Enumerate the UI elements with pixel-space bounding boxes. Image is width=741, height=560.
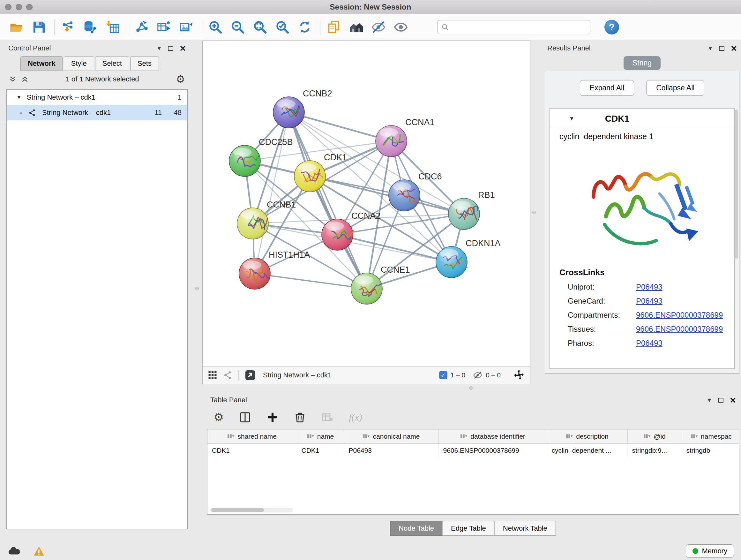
- panel-float-icon[interactable]: [718, 398, 724, 402]
- table-row[interactable]: CDK1CDK1P064939606.ENSP00000378699cyclin…: [207, 443, 739, 457]
- table-cell[interactable]: P06493: [344, 443, 439, 457]
- import-network-from-database-button[interactable]: [82, 19, 98, 36]
- column-header[interactable]: description: [547, 429, 627, 443]
- new-network-button[interactable]: [133, 19, 150, 36]
- column-header[interactable]: shared name: [207, 429, 297, 443]
- splitter-handle[interactable]: [469, 386, 473, 390]
- network-row-selected[interactable]: ● String Network – cdk1 11 48: [7, 105, 187, 120]
- gear-icon[interactable]: ⚙: [176, 74, 185, 84]
- open-in-new-icon[interactable]: [245, 369, 256, 381]
- control-panel-titlebar: Control Panel ▾ ×: [4, 42, 190, 55]
- tab-select[interactable]: Select: [95, 56, 129, 71]
- node-label-CCNB2: CCNB2: [303, 89, 332, 98]
- share-network-icon[interactable]: [223, 370, 232, 380]
- panel-close-icon[interactable]: ×: [731, 43, 737, 53]
- clone-network-button[interactable]: [326, 19, 342, 36]
- selected-checkbox-icon[interactable]: ✓: [439, 371, 448, 379]
- panel-float-icon[interactable]: [719, 46, 724, 51]
- delete-column-trash-icon[interactable]: [294, 411, 306, 423]
- tab-node-table[interactable]: Node Table: [390, 521, 443, 536]
- crosslink-link[interactable]: P06493: [636, 339, 663, 348]
- column-header-label: name: [317, 433, 334, 440]
- zoom-in-button[interactable]: [207, 19, 224, 36]
- hide-panels-button[interactable]: [370, 19, 387, 36]
- node-label-RB1: RB1: [478, 190, 495, 200]
- table-cell[interactable]: cyclin–dependent ...: [547, 443, 627, 457]
- column-header-label: canonical name: [373, 433, 420, 440]
- panel-menu-icon[interactable]: ▾: [708, 396, 711, 404]
- panel-close-icon[interactable]: ×: [730, 395, 736, 405]
- results-scrollbar[interactable]: [735, 110, 738, 367]
- show-home-button[interactable]: [348, 19, 364, 36]
- collapse-all-icon[interactable]: [9, 75, 17, 83]
- table-cell[interactable]: 9606.ENSP00000378699: [439, 443, 547, 457]
- search-input[interactable]: [452, 23, 586, 31]
- import-table-from-file-button[interactable]: [105, 19, 121, 36]
- tab-sets[interactable]: Sets: [130, 56, 159, 71]
- hidden-eye-slash-icon[interactable]: [473, 370, 482, 380]
- edge-HIST1H1A-CCNE1[interactable]: [255, 273, 367, 289]
- current-network-bullet-icon: ●: [19, 110, 22, 116]
- memory-button[interactable]: Memory: [686, 544, 734, 558]
- zoom-out-button[interactable]: [229, 19, 246, 36]
- panel-close-icon[interactable]: ×: [180, 43, 186, 53]
- tab-edge-table[interactable]: Edge Table: [442, 521, 495, 536]
- edge-CCNB2-CCNE1[interactable]: [289, 112, 367, 289]
- table-cell[interactable]: CDK1: [207, 443, 297, 457]
- collapse-all-button[interactable]: Collapse All: [646, 80, 704, 96]
- collapse-triangle-icon[interactable]: ▼: [16, 94, 22, 101]
- add-table-to-network-button[interactable]: [156, 19, 172, 36]
- add-column-plus-icon[interactable]: [266, 411, 279, 423]
- birds-eye-grid-icon[interactable]: [208, 370, 217, 380]
- expand-all-icon[interactable]: [21, 75, 29, 83]
- network-collection-row[interactable]: ▼ String Network – cdk1 1: [7, 90, 187, 105]
- crosslink-link[interactable]: P06493: [636, 283, 663, 292]
- splitter-handle[interactable]: [532, 211, 536, 214]
- show-columns-icon[interactable]: [239, 411, 251, 423]
- edge-CCNB2-HIST1H1A[interactable]: [255, 112, 289, 273]
- warning-icon[interactable]: [33, 546, 45, 556]
- save-session-button[interactable]: [30, 19, 47, 36]
- move-crosshair-icon[interactable]: [513, 369, 525, 381]
- column-header[interactable]: name: [297, 429, 344, 443]
- zoom-selected-button[interactable]: [274, 19, 291, 36]
- panel-menu-icon[interactable]: ▾: [157, 44, 161, 52]
- table-cell[interactable]: stringdb: [682, 443, 739, 457]
- cloud-icon[interactable]: [7, 546, 20, 556]
- tab-network-table[interactable]: Network Table: [494, 521, 556, 536]
- column-header[interactable]: database identifier: [439, 429, 547, 443]
- splitter-handle[interactable]: [195, 287, 199, 290]
- table-settings-gear-icon[interactable]: ⚙: [213, 412, 224, 423]
- expand-all-button[interactable]: Expand All: [580, 80, 634, 96]
- column-header[interactable]: namespac: [682, 429, 739, 443]
- edge-CDK1-RB1[interactable]: [310, 176, 464, 214]
- show-panels-button[interactable]: [393, 19, 409, 36]
- collection-count: 1: [178, 93, 182, 102]
- column-header[interactable]: @id: [627, 429, 682, 443]
- export-image-button[interactable]: [178, 19, 195, 36]
- network-canvas[interactable]: CCNB2CCNA1CDC25BCDK1CDC6RB1CCNB1CCNA2CDK…: [203, 41, 530, 366]
- panel-float-icon[interactable]: [168, 46, 173, 51]
- protein-card-header[interactable]: ▼ CDK1: [550, 109, 734, 127]
- tab-network[interactable]: Network: [20, 56, 63, 71]
- crosslink-link[interactable]: P06493: [636, 297, 663, 306]
- help-button[interactable]: ?: [604, 20, 619, 35]
- tab-string[interactable]: String: [623, 56, 661, 70]
- import-network-from-file-button[interactable]: [60, 19, 76, 36]
- crosslink-link[interactable]: 9606.ENSP00000378699: [636, 311, 723, 320]
- zoom-fit-button[interactable]: [252, 19, 268, 36]
- protein-name: CDK1: [605, 114, 629, 124]
- collapse-triangle-icon[interactable]: ▼: [569, 116, 575, 122]
- table-cell[interactable]: CDK1: [297, 443, 344, 457]
- tab-style[interactable]: Style: [64, 56, 94, 71]
- table-horizontal-scrollbar[interactable]: [210, 508, 293, 512]
- panel-menu-icon[interactable]: ▾: [709, 44, 712, 52]
- crosslink-link[interactable]: 9606.ENSP00000378699: [636, 325, 723, 334]
- results-panel: Results Panel ▾ × String Expand All Coll…: [543, 42, 741, 375]
- node-gloss: [233, 148, 252, 157]
- column-header[interactable]: canonical name: [344, 429, 439, 443]
- string-network-graph[interactable]: CCNB2CCNA1CDC25BCDK1CDC6RB1CCNB1CCNA2CDK…: [203, 41, 530, 366]
- apply-layout-button[interactable]: [296, 19, 313, 36]
- open-session-button[interactable]: [8, 19, 25, 36]
- table-cell[interactable]: stringdb:9...: [627, 443, 682, 457]
